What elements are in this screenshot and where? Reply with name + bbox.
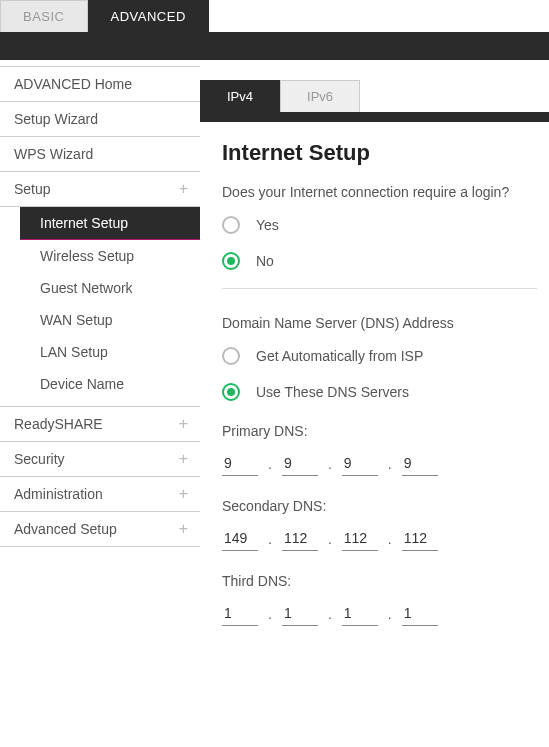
- dot-separator: .: [384, 531, 396, 551]
- content-area: IPv4 IPv6 Internet Setup Does your Inter…: [200, 60, 549, 646]
- radio-label: Get Automatically from ISP: [256, 348, 423, 364]
- radio-label: No: [256, 253, 274, 269]
- sidebar-item-label: Security: [14, 451, 65, 467]
- radio-label: Use These DNS Servers: [256, 384, 409, 400]
- expand-icon: +: [179, 180, 188, 198]
- sidebar-sub-internet-setup[interactable]: Internet Setup: [20, 207, 200, 240]
- sidebar-sub-guest-network[interactable]: Guest Network: [0, 272, 200, 304]
- radio-dns-manual[interactable]: Use These DNS Servers: [222, 383, 537, 401]
- sidebar-item-label: Administration: [14, 486, 103, 502]
- primary-dns-octet-2[interactable]: [282, 451, 318, 476]
- radio-login-yes[interactable]: Yes: [222, 216, 537, 234]
- tab-basic[interactable]: BASIC: [0, 0, 88, 32]
- dot-separator: .: [324, 531, 336, 551]
- tab-ipv4[interactable]: IPv4: [200, 80, 280, 112]
- radio-icon: [222, 383, 240, 401]
- separator: [222, 288, 537, 289]
- content-accent-bar: [200, 112, 549, 122]
- ip-tabbar: IPv4 IPv6: [200, 80, 549, 112]
- sidebar: ADVANCED Home Setup Wizard WPS Wizard Se…: [0, 60, 200, 646]
- sidebar-item-wps-wizard[interactable]: WPS Wizard: [0, 137, 200, 172]
- primary-dns-octet-1[interactable]: [222, 451, 258, 476]
- primary-dns-row: . . .: [222, 451, 537, 476]
- sidebar-item-label: Advanced Setup: [14, 521, 117, 537]
- secondary-dns-label: Secondary DNS:: [222, 498, 537, 514]
- sidebar-item-security[interactable]: Security +: [0, 442, 200, 477]
- secondary-dns-octet-4[interactable]: [402, 526, 438, 551]
- radio-icon: [222, 347, 240, 365]
- primary-dns-octet-4[interactable]: [402, 451, 438, 476]
- primary-dns-label: Primary DNS:: [222, 423, 537, 439]
- sidebar-sub-device-name[interactable]: Device Name: [0, 368, 200, 400]
- radio-login-no[interactable]: No: [222, 252, 537, 270]
- sidebar-item-label: ReadySHARE: [14, 416, 103, 432]
- dot-separator: .: [264, 531, 276, 551]
- page-title: Internet Setup: [222, 140, 537, 166]
- sidebar-item-label: Setup: [14, 181, 51, 197]
- dot-separator: .: [324, 606, 336, 626]
- top-tabbar: BASIC ADVANCED: [0, 0, 549, 32]
- expand-icon: +: [179, 415, 188, 433]
- sidebar-item-setup-wizard[interactable]: Setup Wizard: [0, 102, 200, 137]
- login-question: Does your Internet connection require a …: [222, 184, 537, 200]
- secondary-dns-octet-1[interactable]: [222, 526, 258, 551]
- expand-icon: +: [179, 450, 188, 468]
- dot-separator: .: [384, 606, 396, 626]
- primary-dns-octet-3[interactable]: [342, 451, 378, 476]
- third-dns-octet-3[interactable]: [342, 601, 378, 626]
- dot-separator: .: [384, 456, 396, 476]
- sidebar-item-advanced-setup[interactable]: Advanced Setup +: [0, 512, 200, 547]
- top-accent-bar: [0, 32, 549, 60]
- secondary-dns-row: . . .: [222, 526, 537, 551]
- dns-heading: Domain Name Server (DNS) Address: [222, 315, 537, 331]
- tab-ipv6[interactable]: IPv6: [280, 80, 360, 112]
- sidebar-item-setup[interactable]: Setup +: [0, 172, 200, 207]
- third-dns-row: . . .: [222, 601, 537, 626]
- sidebar-item-administration[interactable]: Administration +: [0, 477, 200, 512]
- third-dns-octet-1[interactable]: [222, 601, 258, 626]
- sidebar-sub-wireless-setup[interactable]: Wireless Setup: [0, 240, 200, 272]
- third-dns-label: Third DNS:: [222, 573, 537, 589]
- third-dns-octet-2[interactable]: [282, 601, 318, 626]
- radio-icon: [222, 252, 240, 270]
- dot-separator: .: [264, 606, 276, 626]
- secondary-dns-octet-3[interactable]: [342, 526, 378, 551]
- sidebar-sub-lan-setup[interactable]: LAN Setup: [0, 336, 200, 368]
- radio-icon: [222, 216, 240, 234]
- dot-separator: .: [264, 456, 276, 476]
- secondary-dns-octet-2[interactable]: [282, 526, 318, 551]
- dot-separator: .: [324, 456, 336, 476]
- sidebar-sublist-setup: Internet Setup Wireless Setup Guest Netw…: [0, 207, 200, 407]
- radio-label: Yes: [256, 217, 279, 233]
- sidebar-item-advanced-home[interactable]: ADVANCED Home: [0, 66, 200, 102]
- sidebar-item-readyshare[interactable]: ReadySHARE +: [0, 407, 200, 442]
- expand-icon: +: [179, 485, 188, 503]
- third-dns-octet-4[interactable]: [402, 601, 438, 626]
- tab-advanced[interactable]: ADVANCED: [88, 0, 209, 32]
- radio-dns-auto[interactable]: Get Automatically from ISP: [222, 347, 537, 365]
- sidebar-sub-wan-setup[interactable]: WAN Setup: [0, 304, 200, 336]
- expand-icon: +: [179, 520, 188, 538]
